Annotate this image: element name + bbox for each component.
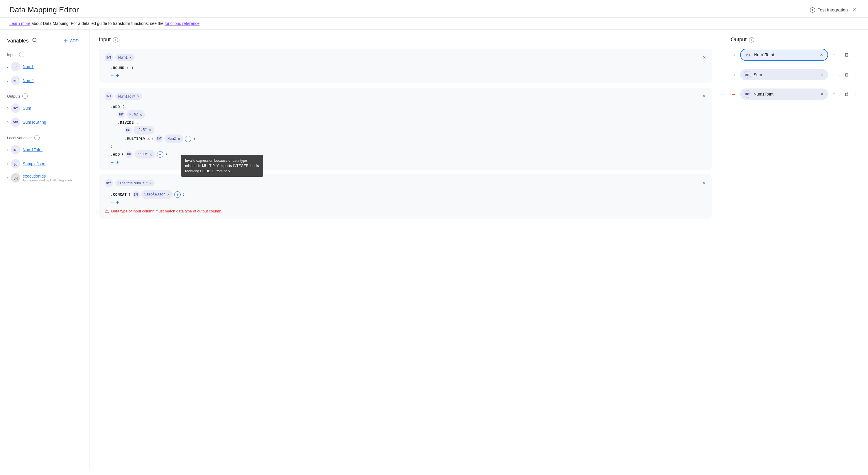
source-type-badge-int: INT	[105, 92, 113, 101]
output-up-button-sum[interactable]: ↑	[832, 71, 836, 78]
chip-close-totalsum[interactable]: ×	[149, 181, 152, 185]
error-bar: ⚠ Data type of input column must match d…	[105, 205, 706, 214]
output-item-sum: → INT Sum × ↑ ↓ 🗑 ⋮	[731, 69, 859, 80]
source-chip-num1[interactable]: Num1 ×	[115, 54, 135, 61]
variable-item-num2[interactable]: › INT Num2	[0, 73, 89, 88]
input-info-icon[interactable]: i	[113, 37, 118, 42]
add-variable-button[interactable]: ADD	[60, 37, 82, 45]
output-controls: ↑ ↓ 🗑 ⋮	[832, 51, 859, 59]
functions-reference-link[interactable]: functions reference	[164, 21, 199, 26]
output-delete-button-2[interactable]: 🗑	[843, 90, 850, 98]
info-bar: Learn more about Data Mapping. For a det…	[0, 18, 868, 30]
code-block: .ADD ( INT Num2 × .DIVIDE ( INT "2.5"	[105, 103, 706, 143]
source-chip-totalsum[interactable]: "The total sum is: " ×	[115, 180, 155, 186]
inputs-info-icon[interactable]: i	[19, 52, 24, 57]
variable-item-samplejson[interactable]: › {J} SampleJson	[0, 157, 89, 171]
variable-name-samplejson[interactable]: SampleJson	[23, 162, 45, 166]
output-name-num1toint: Num1ToInt	[754, 53, 817, 57]
output-down-button[interactable]: ↓	[837, 51, 842, 59]
output-up-button-2[interactable]: ↑	[832, 90, 836, 98]
error-tooltip: Invalid expression because of data type …	[181, 155, 263, 177]
code-25-chip-row: INT "2.5" ×	[111, 126, 706, 135]
chip-num2-multiply[interactable]: Num2 ×	[164, 135, 183, 143]
output-down-button-2[interactable]: ↓	[837, 90, 842, 98]
output-info-icon[interactable]: i	[749, 37, 754, 42]
type-badge-d: D	[11, 62, 20, 71]
variable-name-num1[interactable]: Num1	[23, 64, 33, 69]
learn-more-link[interactable]: Learn more	[9, 21, 31, 26]
minus-button-2[interactable]: −	[111, 160, 114, 165]
inputs-section-label: Inputs i	[0, 49, 89, 60]
card-source-num1toint: INT Num1ToInt ×	[105, 92, 142, 101]
plus-button-2[interactable]: +	[116, 160, 119, 165]
chip-close-icon[interactable]: ×	[129, 56, 132, 60]
search-variables-button[interactable]	[32, 37, 37, 44]
variable-sub-executionids: Auto-generated by Call Integration	[23, 178, 72, 182]
plus-button-3[interactable]: +	[116, 200, 119, 205]
variable-name-executionids[interactable]: executionIds	[23, 174, 72, 178]
local-variables-info-icon[interactable]: i	[34, 135, 40, 140]
output-chip-active[interactable]: INT Num1ToInt ×	[740, 48, 828, 61]
arrow-right-icon: →	[731, 52, 737, 58]
variables-header: Variables ADD	[0, 37, 89, 49]
chip-samplejson[interactable]: SampleJson ×	[142, 190, 173, 199]
minus-button[interactable]: −	[111, 73, 114, 78]
chip-close-300[interactable]: ×	[150, 152, 152, 157]
output-down-button-sum[interactable]: ↓	[837, 71, 842, 78]
source-chip-num1toint[interactable]: Num1ToInt ×	[115, 93, 142, 100]
output-clear-button[interactable]: ×	[819, 51, 824, 59]
output-clear-button-2[interactable]: ×	[819, 90, 825, 98]
chevron-right-icon: ›	[7, 147, 8, 152]
card-close-button[interactable]: ×	[703, 55, 706, 61]
variable-item-sumtostring[interactable]: › STR SumToString	[0, 115, 89, 129]
output-more-button[interactable]: ⋮	[851, 51, 859, 59]
arrow-right-icon-red: →	[731, 91, 737, 98]
add-param-300-button[interactable]: +	[157, 151, 163, 158]
add-param-button[interactable]: +	[185, 136, 191, 142]
output-item-num1toint: → INT Num1ToInt × ↑ ↓ 🗑 ⋮	[731, 48, 859, 61]
svg-point-2	[33, 38, 36, 42]
variable-name-num2[interactable]: Num2	[23, 78, 33, 83]
chevron-right-icon: ›	[7, 78, 8, 83]
card-close-button-3[interactable]: ×	[703, 180, 706, 186]
output-clear-button-sum[interactable]: ×	[819, 71, 825, 78]
output-chip-sum[interactable]: INT Sum ×	[740, 69, 828, 80]
variable-name-sumtostring[interactable]: SumToString	[23, 120, 46, 125]
chip-close-samplejson[interactable]: ×	[167, 193, 169, 197]
num2-chip[interactable]: Num2 ×	[126, 110, 145, 119]
chip-2-5[interactable]: "2.5" ×	[133, 126, 154, 135]
code-concat-row: .CONCAT ( {J} SampleJson × + )	[105, 190, 706, 199]
output-up-button[interactable]: ↑	[832, 51, 836, 59]
output-more-button-2[interactable]: ⋮	[851, 90, 859, 98]
close-button[interactable]: ×	[852, 7, 856, 13]
output-chip-num1toint-2[interactable]: INT Num1ToInt ×	[740, 89, 828, 100]
chevron-right-icon: ›	[7, 175, 8, 180]
chip-close-icon[interactable]: ×	[137, 94, 140, 98]
variable-item-executionids[interactable]: › [S] executionIds Auto-generated by Cal…	[0, 171, 89, 185]
variable-item-num1[interactable]: › D Num1	[0, 60, 89, 73]
add-concat-param-button[interactable]: +	[174, 191, 181, 198]
chip-close-2-5[interactable]: ×	[149, 128, 151, 132]
type-badge-si: [S]	[11, 173, 20, 182]
chip-close-num2-m[interactable]: ×	[178, 137, 180, 141]
output-more-button-sum[interactable]: ⋮	[851, 71, 859, 79]
variable-name-sum[interactable]: Sum	[23, 106, 31, 110]
chevron-right-icon: ›	[7, 105, 8, 111]
svg-marker-1	[812, 9, 813, 11]
variable-item-num1toint[interactable]: › INT Num1ToInt	[0, 143, 89, 157]
variables-panel: Variables ADD Inputs i › D Num1 › INT Nu…	[0, 30, 90, 469]
output-delete-button[interactable]: 🗑	[843, 51, 850, 59]
variable-name-num1toint[interactable]: Num1ToInt	[23, 147, 42, 152]
test-integration-button[interactable]: Test Integration	[810, 7, 848, 13]
outputs-info-icon[interactable]: i	[22, 94, 28, 99]
chip-close-num2[interactable]: ×	[140, 112, 142, 116]
variable-item-sum[interactable]: › INT Sum	[0, 101, 89, 115]
main-layout: Variables ADD Inputs i › D Num1 › INT Nu…	[0, 30, 868, 469]
output-delete-button-sum[interactable]: 🗑	[843, 71, 850, 78]
code-divide-open: .DIVIDE (	[111, 119, 706, 126]
search-icon	[32, 37, 37, 43]
card-close-button-2[interactable]: ×	[703, 93, 706, 99]
plus-button[interactable]: +	[116, 73, 119, 78]
chip-300[interactable]: "300" ×	[134, 150, 155, 159]
minus-button-3[interactable]: −	[111, 200, 114, 205]
